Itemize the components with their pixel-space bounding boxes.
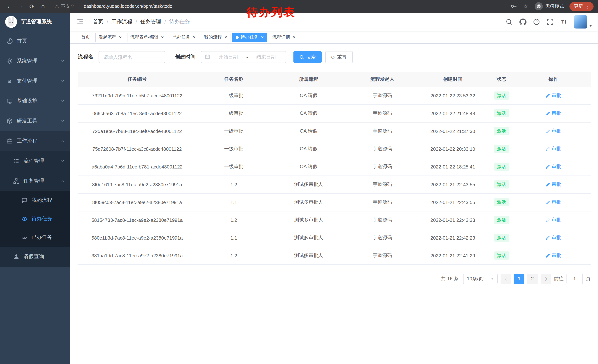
task-starter: 芋道源码 (346, 158, 419, 176)
approve-link[interactable]: 审批 (546, 199, 561, 205)
help-icon[interactable]: ? (533, 18, 540, 25)
task-time: 2022-01-21 22:42:23 (419, 211, 487, 229)
approve-link[interactable]: 审批 (546, 252, 561, 259)
process-name-input[interactable] (99, 51, 165, 63)
sidebar-item-dev-tools[interactable]: 研发工具 (0, 111, 70, 131)
goto-page-input[interactable] (566, 274, 583, 284)
incognito-label: 无痕模式 (545, 3, 564, 9)
box-icon (7, 118, 13, 124)
chevron-down-icon (589, 25, 592, 27)
github-icon[interactable] (519, 18, 526, 25)
breadcrumb-item[interactable]: 任务管理 (141, 18, 161, 25)
approve-link[interactable]: 审批 (546, 235, 561, 241)
user-menu[interactable] (574, 15, 592, 29)
approve-link[interactable]: 审批 (546, 92, 561, 99)
next-page-button[interactable] (540, 274, 551, 284)
gear-icon (7, 58, 13, 64)
tab-process-detail[interactable]: 流程详情 × (269, 32, 299, 42)
page-button-2[interactable]: 2 (527, 274, 538, 284)
calendar-icon (205, 54, 210, 60)
reload-icon[interactable]: ⟳ (27, 1, 37, 11)
tab-done-tasks[interactable]: 已办任务 × (169, 32, 199, 42)
sidebar-item-done-tasks[interactable]: 已办任务 (0, 228, 70, 247)
approve-link[interactable]: 审批 (546, 217, 561, 223)
tab-process-form-edit[interactable]: 流程表单-编辑 × (127, 32, 167, 42)
tab-label: 发起流程 (99, 34, 116, 40)
task-process: OA 请假 (271, 122, 346, 140)
svg-text:?: ? (535, 20, 538, 24)
key-icon[interactable] (510, 3, 517, 10)
sidebar-logo[interactable]: 芋道管理系统 (0, 13, 70, 31)
close-icon[interactable]: × (224, 35, 227, 40)
sidebar-item-leave-query[interactable]: 请假查询 (0, 247, 70, 267)
task-time: 2022-01-22 21:48:48 (419, 105, 487, 122)
date-range-picker[interactable]: 开始日期 - 结束日期 (201, 51, 286, 63)
sidebar-item-workflow[interactable]: 工作流程 (0, 131, 70, 151)
fullscreen-icon[interactable] (547, 18, 554, 25)
tab-my-process[interactable]: 我的流程 × (201, 32, 231, 42)
page-button-1[interactable]: 1 (514, 274, 524, 284)
breadcrumb-separator: / (136, 19, 137, 25)
close-icon[interactable]: × (193, 35, 195, 40)
reset-button[interactable]: ⟳ 重置 (325, 51, 353, 63)
search-button-label: 搜索 (306, 54, 316, 60)
prev-page-button[interactable] (500, 274, 511, 284)
search-button[interactable]: 搜索 (293, 51, 322, 63)
home-icon[interactable]: ⌂ (38, 1, 48, 11)
browser-update-button[interactable]: 更新 ⋮ (569, 2, 594, 11)
sidebar-item-system[interactable]: 系统管理 (0, 51, 70, 71)
security-indicator[interactable]: ⚠ 不安全 (55, 3, 75, 9)
sidebar-item-task-manage[interactable]: 任务管理 (0, 171, 70, 191)
approve-link[interactable]: 审批 (546, 146, 561, 152)
sidebar-collapse-icon[interactable] (76, 18, 84, 26)
edit-icon (546, 218, 550, 222)
sidebar-item-payment[interactable]: ¥ 支付管理 (0, 71, 70, 91)
chevron-down-icon (61, 58, 64, 62)
tab-todo-tasks-active[interactable]: 待办任务 × (233, 32, 267, 42)
edit-icon (546, 235, 550, 240)
sidebar-item-process-manage[interactable]: 流程管理 (0, 151, 70, 171)
tab-start-process[interactable]: 发起流程 × (95, 32, 125, 42)
close-icon[interactable]: × (119, 35, 122, 40)
red-annotation-text: 待办列表 (247, 5, 296, 20)
tab-home[interactable]: 首页 (78, 32, 93, 42)
task-name: 一级审批 (196, 105, 271, 122)
process-name-label: 流程名 (78, 54, 93, 60)
task-name: 1.1 (196, 193, 271, 211)
approve-link[interactable]: 审批 (546, 181, 561, 188)
task-process: OA 请假 (271, 158, 346, 176)
breadcrumb-item[interactable]: 工作流程 (112, 18, 132, 25)
table-row: 73211d9d-7b9b-11ec-b5b7-acde48001122 一级审… (78, 87, 590, 105)
back-icon[interactable]: ← (4, 1, 15, 11)
tab-label: 流程详情 (272, 34, 290, 40)
sidebar-item-infrastructure[interactable]: 基础设施 (0, 91, 70, 111)
bookmark-star-icon[interactable]: ☆ (523, 3, 529, 10)
edit-icon (546, 253, 550, 258)
start-date-placeholder[interactable]: 开始日期 (212, 54, 244, 60)
sidebar-item-todo-tasks[interactable]: 待办任务 (0, 210, 70, 228)
close-icon[interactable]: × (293, 35, 295, 40)
approve-link[interactable]: 审批 (546, 128, 561, 134)
approve-link[interactable]: 审批 (546, 110, 561, 117)
page-size-select[interactable]: 10条/页 (463, 274, 498, 284)
close-icon[interactable]: × (261, 35, 264, 40)
avatar[interactable] (574, 15, 587, 29)
breadcrumb-item[interactable]: 首页 (93, 18, 103, 25)
sidebar-item-label: 待办任务 (32, 216, 52, 222)
approve-label: 审批 (551, 163, 561, 170)
edit-icon (546, 200, 550, 204)
task-process: 测试多审批人 (271, 193, 346, 211)
refresh-icon: ⟳ (331, 54, 335, 60)
task-time: 2022-01-22 18:25:41 (419, 158, 487, 176)
font-size-icon[interactable]: T (560, 18, 568, 25)
user-icon (13, 254, 19, 259)
sidebar-item-home[interactable]: 首页 (0, 31, 70, 51)
forward-icon[interactable]: → (16, 1, 26, 11)
search-icon[interactable] (505, 18, 513, 25)
approve-link[interactable]: 审批 (546, 163, 561, 170)
browser-menu-icon[interactable]: ⋮ (585, 4, 590, 9)
end-date-placeholder[interactable]: 结束日期 (250, 54, 282, 60)
address-bar[interactable]: dashboard.yudao.iocoder.cn/bpm/task/todo (84, 4, 172, 9)
sidebar-item-my-process[interactable]: 我的流程 (0, 191, 70, 210)
close-icon[interactable]: × (161, 35, 164, 40)
